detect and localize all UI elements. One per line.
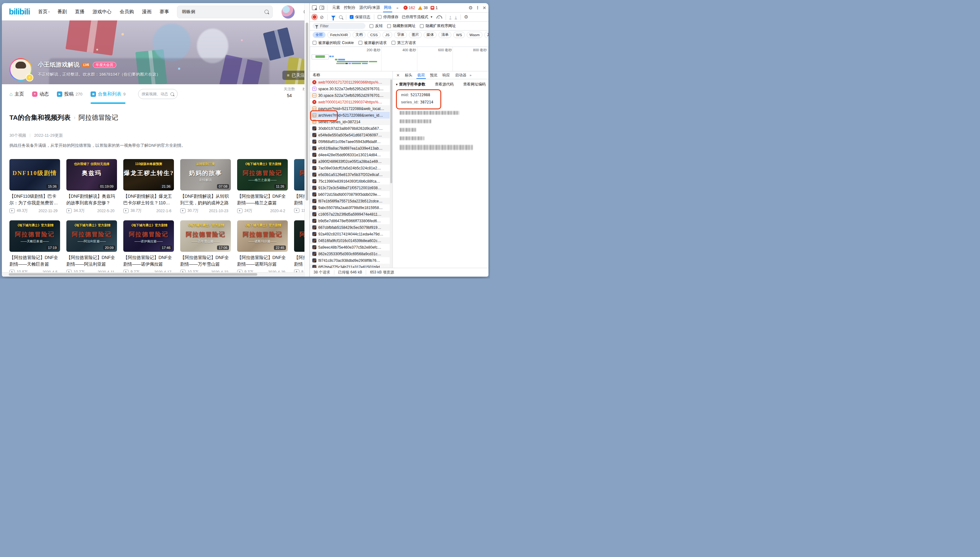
filter-funnel-icon[interactable] (331, 16, 336, 18)
profile-tab[interactable]: ✦ 动态 (32, 84, 49, 104)
video-card[interactable]: 阿拉德冒险记 【阿拉德冒险记】DNF全剧情 11 (294, 159, 305, 213)
type-filter-pill[interactable]: 文档 (352, 32, 365, 38)
device-toolbar-icon[interactable] (320, 6, 324, 10)
type-filter-pill[interactable]: 其他 (484, 32, 488, 38)
request-row[interactable]: 6f52bb4775c34b711a317e61501b9d… (310, 264, 393, 268)
video-card[interactable]: 《地下城与勇士》官方剧情 阿拉德冒险记 ——天帷巨兽篇—— 17:19 【阿拉德… (10, 220, 60, 275)
more-tabs-icon[interactable]: » (396, 6, 398, 10)
warning-count[interactable]: 38 (418, 6, 428, 10)
error-count[interactable]: ✕ 162 (403, 6, 415, 10)
request-row[interactable]: 7ac08e03dcff1fa5d24b5c324c81e2… (310, 165, 393, 171)
request-row[interactable]: efc61f8a8ac78d697ea1a339e413ab… (310, 145, 393, 151)
network-settings-icon[interactable]: ⚙ (464, 14, 468, 20)
query-param-row[interactable]: series_id:387214 (397, 99, 463, 106)
disable-cache-checkbox[interactable]: 停用缓存 (378, 15, 398, 20)
detail-tab[interactable]: 响应 (440, 72, 453, 79)
request-row[interactable]: space.30.522a72efb52952d2976701… (310, 85, 393, 92)
search-input[interactable] (181, 9, 264, 15)
import-har-icon[interactable]: ↑ (449, 15, 452, 19)
request-row[interactable]: 9abc55078fa2aab3f798d9e1815958… (310, 204, 393, 211)
search-box[interactable] (177, 6, 273, 18)
video-card[interactable]: 也许我错了 但我别无选择 奥兹玛 01:19:09 【DNF剧情解说】奥兹玛的故… (66, 159, 117, 213)
type-filter-pill[interactable]: 图片 (409, 32, 422, 38)
view-url-encoded-link[interactable]: 查看网址编码 (463, 82, 486, 87)
nav-item[interactable]: 会员购 (119, 9, 134, 15)
request-row[interactable]: e5d3b1a5126e8137e5b37f202e8caf… (310, 171, 393, 178)
detail-tab[interactable]: 启动器 (453, 72, 469, 79)
request-row[interactable]: 30db0197d23a8b978b8262d9ca567… (310, 125, 393, 132)
video-title[interactable]: 【阿拉德冒险记】DNF全剧情——万年雪山篇 (180, 254, 231, 267)
video-title[interactable]: 【阿拉德冒险记】DNF全剧情——诺斯玛尔篇 (237, 254, 288, 267)
follow-button[interactable]: ≡ 已关注 (282, 70, 305, 80)
type-filter-pill[interactable]: Fetch/XHR (328, 32, 351, 38)
video-card[interactable]: 从转职到三觉 奶妈的故事 剧情解说 07:08 【DNF剧情解说】从转职到三觉，… (180, 159, 231, 213)
query-params-section[interactable]: 查询字符串参数 (395, 82, 425, 87)
more-tabs-icon[interactable]: » (470, 73, 471, 77)
video-card[interactable]: 110级版本终极预测 爆龙王秽土转生? 21:36 【DNF剧情解说】爆龙王巴卡… (123, 159, 174, 213)
request-row[interactable]: 667cbfbfab5158429c5ec5079bf919… (310, 224, 393, 231)
type-filter-pill[interactable]: 媒体 (424, 32, 437, 38)
video-card[interactable]: 《地下城与勇士》官方剧情 阿拉德冒险记 ——格兰之森篇—— 11:26 【阿拉德… (237, 159, 288, 213)
view-source-link[interactable]: 查看源代码 (435, 82, 453, 87)
nav-item[interactable]: 直播 (75, 9, 85, 15)
inspect-element-icon[interactable] (312, 5, 317, 10)
type-filter-pill[interactable]: CSS (367, 32, 380, 38)
devtools-tab[interactable]: 控制台 (342, 3, 357, 12)
request-row[interactable]: b6072d15bdfd00708790f3ddb029e… (310, 191, 393, 198)
profile-avatar[interactable]: ⚡ (10, 58, 32, 81)
issues-count[interactable]: 1 (430, 6, 438, 10)
profile-tab[interactable]: ▣ 合集和列表 9 (91, 84, 126, 104)
clear-icon[interactable]: ⊘ (320, 15, 324, 20)
settings-gear-icon[interactable]: ⚙ (469, 5, 473, 11)
video-card[interactable]: DNF110级剧情 15:36 【DNF110级剧情】巴卡尔：为了你我是煞费苦心… (10, 159, 60, 213)
video-card[interactable]: 《地下城与勇士》官方剧情 阿拉德冒险记 ——万年雪山篇—— 17:06 【阿拉德… (180, 220, 231, 275)
request-row[interactable]: 862e235330f5d393c69568a9cd31c… (310, 251, 393, 257)
filter-option-checkbox[interactable]: 隐藏数据网址 (387, 23, 416, 29)
nav-item[interactable]: 游戏中心 (93, 9, 112, 15)
request-row[interactable]: b9d5e7d86478ef5966ff733806fed6… (310, 218, 393, 224)
video-title[interactable]: 【阿拉德冒险记】DNF全剧情 (294, 254, 305, 267)
nav-item[interactable]: 赛事 (160, 9, 170, 15)
stat-item[interactable]: 关注数 54 (284, 86, 295, 98)
blocked-option-checkbox[interactable]: 第三方请求 (391, 40, 416, 46)
blocked-option-checkbox[interactable]: 被屏蔽的响应 Cookie (313, 40, 354, 46)
video-card[interactable]: 《地下城与勇士》官方剧情 阿拉德冒险记 ——诺斯玛尔篇—— 22:45 【阿拉德… (237, 220, 288, 275)
devtools-tab[interactable]: 元素 (330, 3, 342, 12)
type-filter-pill[interactable]: 全部 (313, 32, 326, 38)
scrollbar-thumb[interactable] (306, 23, 308, 200)
profile-tab[interactable]: ▶ 投稿 270 (57, 84, 82, 104)
request-row[interactable]: c16057a22b23f8d5a5999474e4811… (310, 211, 393, 218)
request-row[interactable]: web?0000171720112990366https%… (310, 79, 393, 85)
search-icon[interactable] (264, 10, 269, 14)
request-row[interactable]: e54fe8e550a505e541d6872406097… (310, 132, 393, 138)
close-devtools-icon[interactable]: ✕ (483, 5, 486, 10)
network-conditions-icon[interactable] (437, 15, 442, 18)
video-card[interactable]: 《地下城与勇士》官方剧情 阿拉德冒险记 ——诺伊佩拉篇—— 17:46 【阿拉德… (123, 220, 174, 275)
video-title[interactable]: 【DNF剧情解说】奥兹玛的故事到底有多悲惨？ (66, 193, 117, 206)
request-row[interactable]: archives?mid=521722088&series_id… (310, 112, 393, 119)
page-scrollbar[interactable] (305, 3, 310, 277)
profile-tab[interactable]: ⌂ 主页 (10, 84, 24, 104)
breadcrumb-root[interactable]: TA的合集和视频列表 (10, 113, 70, 122)
query-param-row[interactable]: mid:521722088 (397, 91, 463, 99)
record-icon[interactable] (313, 15, 316, 19)
video-title[interactable]: 【阿拉德冒险记】DNF全剧情——格兰之森篇 (237, 193, 288, 206)
devtools-tab[interactable]: 网络 (382, 3, 393, 12)
request-row[interactable]: paynum?mid=521722088&web_locat… (310, 105, 393, 112)
type-filter-pill[interactable]: 清单 (439, 32, 451, 38)
request-row[interactable]: f87e1b56f9a755715da223b512cdce… (310, 198, 393, 204)
request-row[interactable]: 5a9eec48b75e460e377c5b2e80efc… (310, 244, 393, 251)
list-scrollbar[interactable] (390, 79, 393, 268)
detail-tab[interactable]: 预览 (427, 72, 440, 79)
request-row[interactable]: 75c13980e839164393f16b6c88fca… (310, 178, 393, 184)
bilibili-logo[interactable]: bilibili (9, 7, 30, 17)
scrollbar-thumb[interactable] (390, 80, 392, 183)
request-row[interactable]: 05f668af01c09e7aee05943df6da8f… (310, 138, 393, 145)
request-row[interactable]: series?series_id=387214 (310, 119, 393, 125)
video-title[interactable]: 【DNF剧情解说】从转职到三觉，奶妈的成神之路 (180, 193, 231, 206)
nav-item[interactable]: 首页˅ (38, 9, 50, 15)
scrollbar-thumb[interactable] (9, 273, 257, 276)
video-title[interactable]: 【DNF110级剧情】巴卡尔：为了你我是煞费苦心啊！ (10, 193, 60, 206)
preserve-log-checkbox[interactable]: 保留日志 (350, 15, 370, 20)
request-row[interactable]: 913c72e3c548bd71f05712001b938… (310, 184, 393, 191)
